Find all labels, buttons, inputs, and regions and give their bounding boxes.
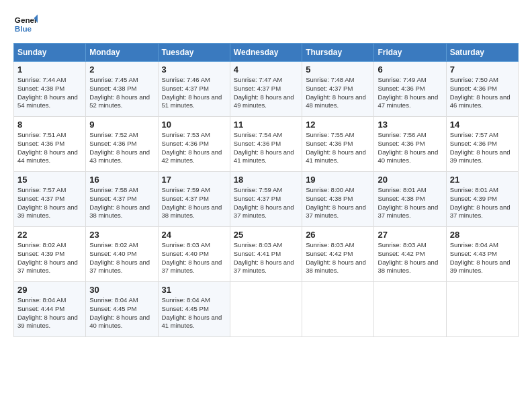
calendar-cell	[374, 282, 446, 337]
cell-info: Sunrise: 8:03 AMSunset: 4:42 PMDaylight:…	[306, 241, 370, 275]
calendar-cell: 17Sunrise: 7:59 AMSunset: 4:37 PMDayligh…	[158, 172, 230, 227]
day-number: 29	[17, 285, 82, 295]
calendar-cell: 3Sunrise: 7:46 AMSunset: 4:37 PMDaylight…	[158, 62, 230, 117]
day-number: 11	[234, 120, 298, 130]
header: General Blue	[13, 12, 519, 36]
calendar-cell: 30Sunrise: 8:04 AMSunset: 4:45 PMDayligh…	[86, 282, 158, 337]
cell-info: Sunrise: 7:45 AMSunset: 4:38 PMDaylight:…	[89, 76, 154, 110]
day-number: 30	[89, 285, 154, 295]
cell-info: Sunrise: 8:03 AMSunset: 4:41 PMDaylight:…	[234, 241, 298, 275]
dow-header: Tuesday	[158, 44, 230, 62]
cell-info: Sunrise: 7:51 AMSunset: 4:36 PMDaylight:…	[17, 131, 82, 165]
cell-info: Sunrise: 7:59 AMSunset: 4:37 PMDaylight:…	[162, 186, 226, 220]
day-number: 20	[378, 175, 442, 185]
dow-header: Saturday	[446, 44, 518, 62]
calendar-cell: 26Sunrise: 8:03 AMSunset: 4:42 PMDayligh…	[302, 227, 374, 282]
calendar-cell: 1Sunrise: 7:44 AMSunset: 4:38 PMDaylight…	[14, 62, 86, 117]
cell-info: Sunrise: 7:53 AMSunset: 4:36 PMDaylight:…	[162, 131, 226, 165]
calendar-cell: 4Sunrise: 7:47 AMSunset: 4:37 PMDaylight…	[230, 62, 302, 117]
cell-info: Sunrise: 7:52 AMSunset: 4:36 PMDaylight:…	[89, 131, 154, 165]
cell-info: Sunrise: 7:44 AMSunset: 4:38 PMDaylight:…	[17, 76, 82, 110]
day-number: 10	[162, 120, 226, 130]
cell-info: Sunrise: 8:02 AMSunset: 4:39 PMDaylight:…	[17, 241, 82, 275]
day-number: 16	[89, 175, 154, 185]
cell-info: Sunrise: 8:02 AMSunset: 4:40 PMDaylight:…	[89, 241, 154, 275]
calendar-week-row: 29Sunrise: 8:04 AMSunset: 4:44 PMDayligh…	[14, 282, 519, 337]
days-of-week-row: SundayMondayTuesdayWednesdayThursdayFrid…	[14, 44, 519, 62]
calendar-cell: 13Sunrise: 7:56 AMSunset: 4:36 PMDayligh…	[374, 117, 446, 172]
logo: General Blue	[13, 12, 38, 36]
cell-info: Sunrise: 7:57 AMSunset: 4:36 PMDaylight:…	[450, 131, 515, 165]
calendar-week-row: 22Sunrise: 8:02 AMSunset: 4:39 PMDayligh…	[14, 227, 519, 282]
calendar-cell: 11Sunrise: 7:54 AMSunset: 4:36 PMDayligh…	[230, 117, 302, 172]
cell-info: Sunrise: 8:04 AMSunset: 4:43 PMDaylight:…	[450, 241, 515, 275]
calendar-cell: 14Sunrise: 7:57 AMSunset: 4:36 PMDayligh…	[446, 117, 518, 172]
calendar-cell: 28Sunrise: 8:04 AMSunset: 4:43 PMDayligh…	[446, 227, 518, 282]
calendar-cell: 2Sunrise: 7:45 AMSunset: 4:38 PMDaylight…	[86, 62, 158, 117]
calendar-body: 1Sunrise: 7:44 AMSunset: 4:38 PMDaylight…	[14, 62, 519, 337]
day-number: 19	[306, 175, 370, 185]
day-number: 5	[306, 64, 370, 75]
day-number: 4	[234, 64, 298, 75]
page: General Blue SundayMondayTuesdayWednesda…	[0, 0, 532, 411]
day-number: 13	[378, 120, 442, 130]
dow-header: Friday	[374, 44, 446, 62]
day-number: 26	[306, 230, 370, 240]
calendar-cell: 23Sunrise: 8:02 AMSunset: 4:40 PMDayligh…	[86, 227, 158, 282]
day-number: 17	[162, 175, 226, 185]
day-number: 8	[17, 120, 82, 130]
calendar-week-row: 15Sunrise: 7:57 AMSunset: 4:37 PMDayligh…	[14, 172, 519, 227]
calendar-cell: 6Sunrise: 7:49 AMSunset: 4:36 PMDaylight…	[374, 62, 446, 117]
day-number: 12	[306, 120, 370, 130]
day-number: 9	[89, 120, 154, 130]
calendar-cell: 10Sunrise: 7:53 AMSunset: 4:36 PMDayligh…	[158, 117, 230, 172]
day-number: 1	[17, 64, 82, 75]
day-number: 21	[450, 175, 515, 185]
calendar-cell: 25Sunrise: 8:03 AMSunset: 4:41 PMDayligh…	[230, 227, 302, 282]
day-number: 31	[162, 285, 226, 295]
calendar-week-row: 1Sunrise: 7:44 AMSunset: 4:38 PMDaylight…	[14, 62, 519, 117]
cell-info: Sunrise: 8:04 AMSunset: 4:45 PMDaylight:…	[89, 296, 154, 330]
day-number: 6	[378, 64, 442, 75]
cell-info: Sunrise: 7:49 AMSunset: 4:36 PMDaylight:…	[378, 76, 442, 110]
cell-info: Sunrise: 8:04 AMSunset: 4:44 PMDaylight:…	[17, 296, 82, 330]
calendar-cell: 19Sunrise: 8:00 AMSunset: 4:38 PMDayligh…	[302, 172, 374, 227]
day-number: 14	[450, 120, 515, 130]
cell-info: Sunrise: 7:46 AMSunset: 4:37 PMDaylight:…	[162, 76, 226, 110]
calendar-week-row: 8Sunrise: 7:51 AMSunset: 4:36 PMDaylight…	[14, 117, 519, 172]
day-number: 15	[17, 175, 82, 185]
cell-info: Sunrise: 7:50 AMSunset: 4:36 PMDaylight:…	[450, 76, 515, 110]
calendar-cell: 8Sunrise: 7:51 AMSunset: 4:36 PMDaylight…	[14, 117, 86, 172]
svg-text:General: General	[15, 15, 38, 24]
calendar-cell	[230, 282, 302, 337]
calendar-cell	[446, 282, 518, 337]
calendar-cell: 9Sunrise: 7:52 AMSunset: 4:36 PMDaylight…	[86, 117, 158, 172]
calendar-cell: 21Sunrise: 8:01 AMSunset: 4:39 PMDayligh…	[446, 172, 518, 227]
calendar-cell: 22Sunrise: 8:02 AMSunset: 4:39 PMDayligh…	[14, 227, 86, 282]
cell-info: Sunrise: 7:54 AMSunset: 4:36 PMDaylight:…	[234, 131, 298, 165]
cell-info: Sunrise: 8:01 AMSunset: 4:38 PMDaylight:…	[378, 186, 442, 220]
day-number: 23	[89, 230, 154, 240]
calendar-cell: 18Sunrise: 7:59 AMSunset: 4:37 PMDayligh…	[230, 172, 302, 227]
day-number: 24	[162, 230, 226, 240]
calendar-table: SundayMondayTuesdayWednesdayThursdayFrid…	[13, 43, 519, 337]
cell-info: Sunrise: 8:03 AMSunset: 4:42 PMDaylight:…	[378, 241, 442, 275]
cell-info: Sunrise: 7:47 AMSunset: 4:37 PMDaylight:…	[234, 76, 298, 110]
calendar-cell: 15Sunrise: 7:57 AMSunset: 4:37 PMDayligh…	[14, 172, 86, 227]
day-number: 27	[378, 230, 442, 240]
calendar-cell: 24Sunrise: 8:03 AMSunset: 4:40 PMDayligh…	[158, 227, 230, 282]
cell-info: Sunrise: 7:55 AMSunset: 4:36 PMDaylight:…	[306, 131, 370, 165]
calendar-cell: 29Sunrise: 8:04 AMSunset: 4:44 PMDayligh…	[14, 282, 86, 337]
calendar-cell: 16Sunrise: 7:58 AMSunset: 4:37 PMDayligh…	[86, 172, 158, 227]
calendar-cell: 5Sunrise: 7:48 AMSunset: 4:37 PMDaylight…	[302, 62, 374, 117]
cell-info: Sunrise: 7:59 AMSunset: 4:37 PMDaylight:…	[234, 186, 298, 220]
cell-info: Sunrise: 8:00 AMSunset: 4:38 PMDaylight:…	[306, 186, 370, 220]
cell-info: Sunrise: 7:56 AMSunset: 4:36 PMDaylight:…	[378, 131, 442, 165]
cell-info: Sunrise: 8:01 AMSunset: 4:39 PMDaylight:…	[450, 186, 515, 220]
day-number: 18	[234, 175, 298, 185]
calendar-cell: 12Sunrise: 7:55 AMSunset: 4:36 PMDayligh…	[302, 117, 374, 172]
day-number: 2	[89, 64, 154, 75]
day-number: 22	[17, 230, 82, 240]
svg-text:Blue: Blue	[15, 24, 32, 33]
logo-icon: General Blue	[13, 12, 38, 36]
